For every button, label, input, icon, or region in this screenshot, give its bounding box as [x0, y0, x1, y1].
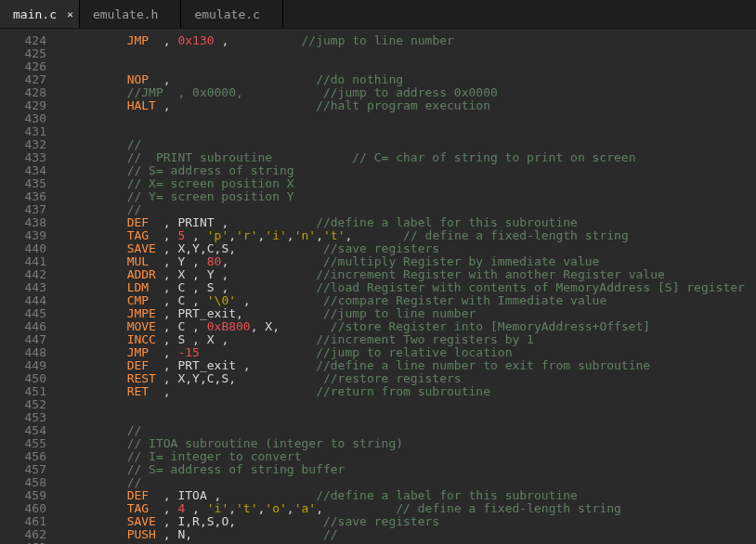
- code-content[interactable]: JMP , 0x130 , //jump to line number NOP …: [56, 29, 756, 544]
- tab-emulate-c[interactable]: emulate.c: [181, 0, 282, 28]
- line-number-gutter: 424 425 426 427 428 429 430 431 432 433 …: [0, 29, 56, 544]
- tab-label: main.c: [13, 7, 57, 21]
- editor-area: 424 425 426 427 428 429 430 431 432 433 …: [0, 29, 756, 544]
- tab-label: emulate.c: [194, 7, 259, 21]
- tab-bar: main.c ✕ emulate.h emulate.c: [0, 0, 756, 29]
- close-icon[interactable]: ✕: [67, 8, 73, 20]
- tab-label: emulate.h: [93, 7, 158, 21]
- tab-emulate-h[interactable]: emulate.h: [80, 0, 181, 28]
- tab-main-c[interactable]: main.c ✕: [0, 0, 80, 28]
